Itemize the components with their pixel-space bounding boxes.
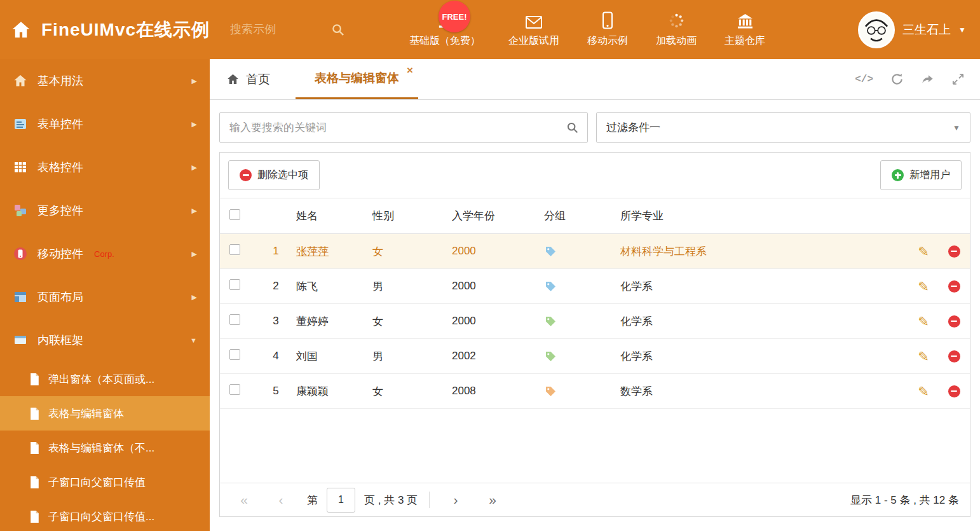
- sidebar-item-page-layout[interactable]: 页面布局 ▶: [0, 275, 210, 319]
- tab-home[interactable]: 首页: [210, 59, 287, 99]
- column-header-group[interactable]: 分组: [544, 209, 620, 223]
- column-header-gender[interactable]: 性别: [372, 209, 452, 223]
- select-all-checkbox[interactable]: [229, 209, 240, 220]
- tag-icon: [544, 385, 557, 397]
- column-header-major[interactable]: 所学专业: [620, 209, 909, 223]
- gender-cell: 男: [372, 349, 452, 364]
- chevron-right-icon: ▶: [192, 77, 197, 85]
- delete-icon[interactable]: [948, 315, 960, 328]
- student-name-link[interactable]: 刘国: [296, 349, 372, 364]
- delete-selected-button[interactable]: 删除选中项: [228, 160, 320, 190]
- search-icon[interactable]: [566, 121, 579, 134]
- home-icon: [13, 73, 28, 88]
- table-icon: [13, 160, 28, 175]
- expand-icon[interactable]: [951, 72, 965, 86]
- column-header-name[interactable]: 姓名: [296, 209, 372, 223]
- first-page-button[interactable]: «: [231, 492, 257, 507]
- top-search-input[interactable]: [229, 22, 330, 37]
- row-checkbox[interactable]: [229, 384, 240, 395]
- row-checkbox[interactable]: [229, 349, 240, 360]
- tab-grid-edit-window[interactable]: 表格与编辑窗体 ×: [296, 59, 418, 99]
- major-link[interactable]: 材料科学与工程系: [620, 244, 909, 259]
- table-row[interactable]: 5 康颖颖 女 2008 数学系 ✎: [220, 374, 970, 409]
- major-link[interactable]: 化学系: [620, 279, 909, 294]
- student-name-link[interactable]: 董婷婷: [296, 314, 372, 329]
- share-icon[interactable]: [921, 72, 934, 86]
- edit-icon[interactable]: ✎: [918, 315, 929, 328]
- next-page-button[interactable]: ›: [442, 492, 469, 507]
- user-menu[interactable]: 三生石上 ▼: [858, 11, 980, 48]
- nav-mobile-demo[interactable]: 移动示例: [587, 11, 628, 48]
- sidebar-item-mobile-controls[interactable]: 移动控件 Corp. ▶: [0, 232, 210, 275]
- filter-dropdown[interactable]: 过滤条件一 ▼: [596, 112, 970, 143]
- tab-actions: </>: [855, 59, 980, 99]
- sidebar-item-form-controls[interactable]: 表单控件 ▶: [0, 102, 210, 146]
- main-content: 首页 表格与编辑窗体 × </> 过: [210, 59, 980, 531]
- mobile-icon: [13, 246, 28, 261]
- last-page-button[interactable]: »: [479, 492, 506, 507]
- tag-icon: [544, 350, 557, 362]
- sidebar-subitem-child-to-parent[interactable]: 子窗口向父窗口传值: [0, 465, 210, 499]
- edit-icon[interactable]: ✎: [918, 280, 929, 293]
- student-name-link[interactable]: 陈飞: [296, 279, 372, 294]
- keyword-search[interactable]: [219, 112, 588, 143]
- sidebar-item-grid-controls[interactable]: 表格控件 ▶: [0, 146, 210, 189]
- tag-icon: [544, 245, 557, 258]
- table-row[interactable]: 3 董婷婷 女 2000 化学系 ✎: [220, 304, 970, 339]
- delete-icon[interactable]: [948, 350, 960, 362]
- sidebar-subitem-child-to-parent-2[interactable]: 子窗口向父窗口传值...: [0, 499, 210, 531]
- nav-theme-repo[interactable]: 主题仓库: [725, 11, 765, 48]
- edit-icon[interactable]: ✎: [918, 245, 929, 258]
- top-search[interactable]: [229, 22, 361, 37]
- edit-icon[interactable]: ✎: [918, 350, 929, 363]
- nav-label: 基础版（免费）: [409, 34, 480, 48]
- search-icon[interactable]: [330, 22, 345, 37]
- sidebar-item-label: 页面布局: [37, 289, 83, 305]
- free-badge: FREE!: [439, 1, 470, 32]
- sidebar-item-more-controls[interactable]: 更多控件 ▶: [0, 189, 210, 232]
- grid-panel: 删除选中项 新增用户 姓名 性别 入学年份 分组 所学专业: [219, 152, 970, 517]
- sidebar-subitem-grid-edit-window-2[interactable]: 表格与编辑窗体（不...: [0, 431, 210, 465]
- page-number-input[interactable]: 1: [327, 488, 355, 513]
- major-link[interactable]: 化学系: [620, 349, 909, 364]
- brand[interactable]: FineUIMvc在线示例: [0, 18, 210, 42]
- record-summary: 显示 1 - 5 条 , 共 12 条: [850, 493, 959, 507]
- delete-icon[interactable]: [948, 385, 960, 397]
- gender-cell: 女: [372, 384, 452, 399]
- sidebar-subitem-grid-edit-window[interactable]: 表格与编辑窗体: [0, 396, 210, 431]
- filter-dropdown-value: 过滤条件一: [606, 120, 660, 135]
- year-cell: 2000: [452, 280, 544, 293]
- sidebar-item-iframe[interactable]: 内联框架 ▼: [0, 319, 210, 362]
- sidebar-subitem-popup-window[interactable]: 弹出窗体（本页面或...: [0, 362, 210, 396]
- sidebar-item-basic-usage[interactable]: 基本用法 ▶: [0, 59, 210, 102]
- delete-icon[interactable]: [948, 245, 960, 258]
- source-code-icon[interactable]: </>: [855, 74, 873, 85]
- row-checkbox[interactable]: [229, 244, 240, 255]
- table-row[interactable]: 4 刘国 男 2002 化学系 ✎: [220, 339, 970, 374]
- file-icon: [29, 373, 40, 386]
- avatar[interactable]: [858, 11, 895, 48]
- table-row[interactable]: 1 张萍萍 女 2000 材料科学与工程系 ✎: [220, 234, 970, 269]
- prev-page-button[interactable]: ‹: [268, 492, 294, 507]
- nav-loading-animation[interactable]: 加载动画: [656, 11, 697, 48]
- year-cell: 2000: [452, 315, 544, 328]
- student-name-link[interactable]: 康颖颖: [296, 384, 372, 399]
- refresh-icon[interactable]: [890, 72, 904, 86]
- row-checkbox[interactable]: [229, 279, 240, 290]
- edit-icon[interactable]: ✎: [918, 385, 929, 398]
- row-checkbox[interactable]: [229, 314, 240, 325]
- add-user-button[interactable]: 新增用户: [880, 160, 962, 190]
- close-icon[interactable]: ×: [407, 65, 413, 76]
- table-row[interactable]: 2 陈飞 男 2000 化学系 ✎: [220, 269, 970, 304]
- major-link[interactable]: 化学系: [620, 314, 909, 329]
- layout-icon: [13, 289, 28, 305]
- delete-selected-label: 删除选中项: [257, 169, 308, 182]
- sidebar-item-label: 表单控件: [37, 116, 83, 132]
- keyword-search-input[interactable]: [228, 121, 566, 135]
- delete-icon[interactable]: [948, 280, 960, 293]
- nav-enterprise-trial[interactable]: 企业版试用: [508, 11, 559, 48]
- student-name-link[interactable]: 张萍萍: [296, 244, 372, 259]
- gender-cell: 女: [372, 314, 452, 329]
- column-header-year[interactable]: 入学年份: [452, 209, 544, 223]
- major-link[interactable]: 数学系: [620, 384, 909, 399]
